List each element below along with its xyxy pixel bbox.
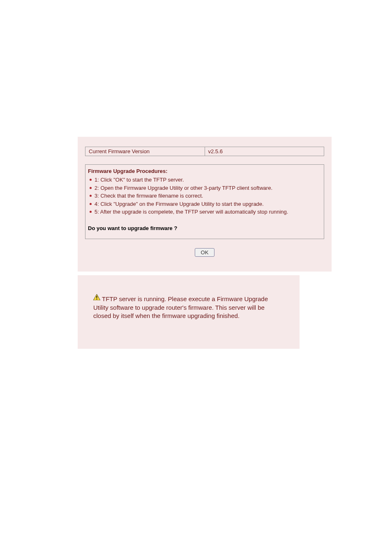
ok-button[interactable]: OK — [195, 248, 215, 257]
confirm-prompt: Do you want to upgrade firmware ? — [88, 225, 321, 231]
button-row: OK — [78, 248, 332, 257]
list-item: 3: Check that the firmware filename is c… — [88, 192, 321, 200]
firmware-upgrade-panel: Current Firmware Version v2.5.6 Firmware… — [78, 137, 332, 272]
version-value: v2.5.6 — [205, 147, 324, 156]
svg-rect-2 — [97, 299, 97, 299]
list-item: 5: After the upgrade is compelete, the T… — [88, 208, 321, 216]
tftp-status-panel: TFTP server is running. Please execute a… — [78, 275, 300, 349]
status-text-content: TFTP server is running. Please execute a… — [93, 295, 268, 319]
list-item: 4: Click "Upgrade" on the Firmware Upgra… — [88, 200, 321, 208]
version-table: Current Firmware Version v2.5.6 — [85, 147, 324, 156]
instructions-box: Firmware Upgrade Procedures: 1: Click "O… — [85, 164, 324, 239]
procedures-list: 1: Click "OK" to start the TFTP server. … — [88, 176, 321, 216]
procedures-title: Firmware Upgrade Procedures: — [88, 168, 321, 174]
list-item: 1: Click "OK" to start the TFTP server. — [88, 176, 321, 184]
status-message: TFTP server is running. Please execute a… — [93, 294, 284, 320]
version-label: Current Firmware Version — [85, 147, 205, 156]
table-row: Current Firmware Version v2.5.6 — [85, 147, 324, 156]
list-item: 2: Open the Firmware Upgrade Utility or … — [88, 184, 321, 192]
warning-icon — [93, 294, 100, 302]
svg-rect-1 — [97, 296, 97, 298]
